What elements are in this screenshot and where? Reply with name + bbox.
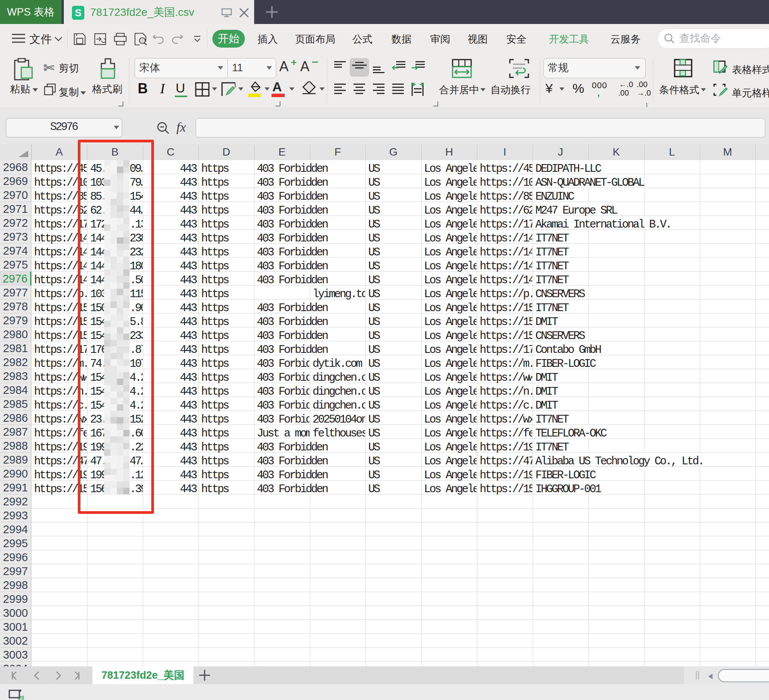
svg-text:JS: JS (18, 695, 24, 700)
